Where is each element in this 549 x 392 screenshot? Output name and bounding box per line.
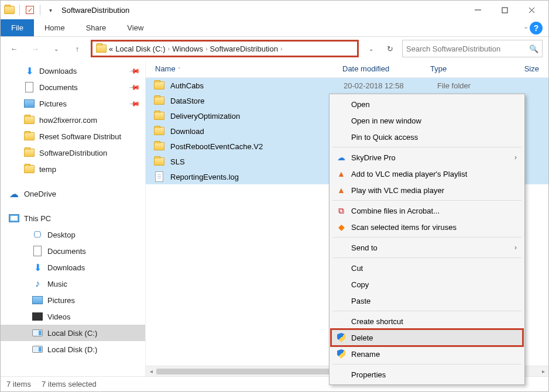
folder-icon [24,131,35,142]
view-tab[interactable]: View [116,19,154,36]
col-date[interactable]: Date modified [338,64,426,73]
qat-dropdown-icon[interactable]: ▾ [45,4,56,16]
menu-separator [332,311,521,311]
menu-item[interactable]: Create shortcut [331,313,523,329]
properties-qat-icon[interactable]: ✓ [25,4,35,16]
menu-item[interactable]: Delete [331,329,523,346]
menu-item[interactable]: ⧉Combine files in Acrobat... [331,202,523,219]
ribbon-collapse-icon[interactable]: ⌄ [523,23,529,36]
maximize-button[interactable] [491,1,518,19]
sidebar-item[interactable]: ⬇Downloads📌 [1,63,145,79]
sidebar-item[interactable]: ⬇Downloads [1,259,145,276]
menu-item[interactable]: ▲Add to VLC media player's Playlist [331,166,523,182]
search-box[interactable]: 🔍 [402,40,543,57]
sidebar-label: Music [47,280,67,288]
menu-item[interactable]: Open [331,96,523,112]
home-tab[interactable]: Home [34,19,76,36]
menu-item[interactable]: ▲Play with VLC media player [331,182,523,198]
menu-item[interactable]: Paste [331,293,523,309]
disk-icon [32,328,43,338]
close-button[interactable] [518,1,545,19]
file-name: AuthCabs [170,81,204,90]
back-button[interactable]: ← [6,41,22,56]
breadcrumb-part[interactable]: Local Disk (C:)› [115,44,170,53]
help-button[interactable]: ? [530,22,543,35]
folder-icon [154,95,164,106]
menu-item[interactable]: Copy [331,276,523,293]
forward-button[interactable]: → [28,41,43,56]
recent-dropdown[interactable]: ⌄ [49,41,64,56]
quick-access-toolbar: ✓ ▾ [4,4,56,16]
menu-item[interactable]: Properties [331,366,523,383]
sidebar-item[interactable]: how2fixerror.com [1,112,145,128]
address-dropdown[interactable]: ⌄ [363,41,379,56]
sidebar-item[interactable]: Pictures📌 [1,95,145,112]
refresh-button[interactable]: ↻ [382,41,397,56]
col-size[interactable]: Size [502,64,548,73]
sidebar-item[interactable]: Local Disk (C:) [1,325,145,341]
up-button[interactable]: ↑ [70,41,85,56]
sidebar-item[interactable]: ♪Music [1,276,145,292]
menu-item[interactable]: ◆Scan selected items for viruses [331,219,523,235]
col-name[interactable]: Name˄ [150,64,338,73]
pin-icon: 📌 [129,65,141,77]
sidebar-item[interactable]: Videos [1,308,145,325]
sidebar-label: Desktop [47,231,76,239]
sidebar-item[interactable]: Reset Software Distribut [1,128,145,145]
share-tab[interactable]: Share [76,19,117,36]
navigation-tree[interactable]: ⬇Downloads📌Documents📌Pictures📌how2fixerr… [1,60,146,376]
search-icon[interactable]: 🔍 [529,44,538,53]
sidebar-label: Pictures [39,99,67,108]
sidebar-label: Videos [47,312,71,321]
cloud-icon: ☁ [9,188,19,199]
sidebar-item[interactable]: Local Disk (D:) [1,341,145,357]
file-date: 20-02-2018 12:58 [344,81,431,90]
music-icon: ♪ [32,278,43,289]
folder-icon [154,126,164,136]
menu-item[interactable]: Send to› [331,239,523,256]
col-type[interactable]: Type [426,64,502,73]
sidebar-item[interactable]: SoftwareDistribution [1,145,145,161]
title-bar: ✓ ▾ SoftwareDistribution [1,1,548,19]
breadcrumb-overflow[interactable]: « [109,44,113,53]
sidebar-label: Local Disk (D:) [47,345,97,354]
search-input[interactable] [406,44,529,53]
minimize-button[interactable] [464,1,491,19]
address-bar[interactable]: « Local Disk (C:)› Windows› SoftwareDist… [91,40,359,57]
vlc-icon: ▲ [336,169,346,179]
sidebar-item[interactable]: temp [1,161,145,177]
breadcrumb-part[interactable]: Windows› [172,44,207,53]
sidebar-label: Documents [47,247,86,256]
menu-label: SkyDrive Pro [351,153,396,162]
file-row[interactable]: AuthCabs20-02-2018 12:58File folder [146,78,548,93]
column-headers[interactable]: Name˄ Date modified Type Size [146,60,548,78]
sidebar-item[interactable]: 🖵Desktop [1,226,145,243]
folder-icon [4,4,15,16]
folder-icon [154,141,164,152]
sidebar-this-pc[interactable]: This PC [1,210,145,226]
sidebar-label: This PC [24,214,51,223]
pin-icon: 📌 [129,98,141,110]
scroll-right-icon[interactable]: ▸ [538,368,548,374]
status-selected: 7 items selected [42,380,97,388]
menu-item[interactable]: ☁SkyDrive Pro› [331,149,523,166]
picture-icon [32,295,43,305]
menu-label: Send to [351,243,378,252]
menu-label: Open in new window [351,116,421,125]
menu-item[interactable]: Open in new window [331,112,523,129]
context-menu[interactable]: OpenOpen in new windowPin to Quick acces… [329,94,525,385]
file-tab[interactable]: File [1,19,34,36]
menu-item[interactable]: Pin to Quick access [331,129,523,145]
menu-item[interactable]: Cut [331,260,523,276]
menu-item[interactable]: Rename [331,346,523,362]
sidebar-item[interactable]: Documents📌 [1,79,145,95]
shield-icon [336,332,346,343]
scroll-left-icon[interactable]: ◂ [146,368,156,374]
sidebar-item[interactable]: Documents [1,243,145,259]
breadcrumb-part[interactable]: SoftwareDistribution› [210,44,283,53]
sidebar-onedrive[interactable]: ☁OneDrive [1,185,145,202]
sidebar-item[interactable]: Pictures [1,292,145,308]
sidebar-label: temp [39,165,56,174]
ribbon-tabs: File Home Share View ⌄ ? [1,19,548,37]
menu-label: Create shortcut [351,317,403,326]
